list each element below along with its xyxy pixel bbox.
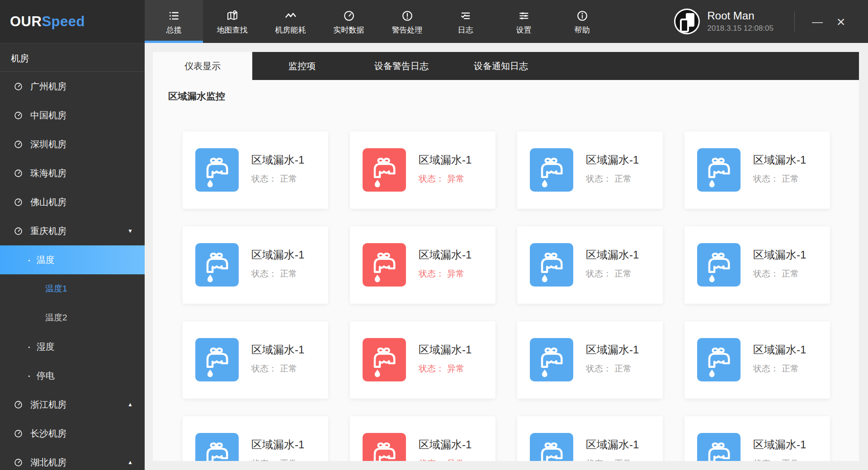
card-text: 区域漏水-1 状态：正常	[251, 153, 304, 185]
sidebar-item[interactable]: · 温度	[0, 245, 145, 274]
cards-grid: 区域漏水-1 状态：正常	[183, 132, 830, 461]
card-text: 区域漏水-1 状态：正常	[586, 437, 639, 461]
close-button[interactable]: ×	[829, 10, 853, 33]
faucet-icon	[530, 148, 573, 192]
realtime-gauge-icon	[343, 9, 355, 22]
device-card[interactable]: 区域漏水-1 状态：正常	[183, 226, 328, 304]
status-value: 正常	[280, 269, 297, 278]
sidebar-item[interactable]: 湖北机房 ▲	[0, 448, 145, 470]
sidebar-item[interactable]: · 湿度	[0, 332, 145, 361]
card-text: 区域漏水-1 状态：正常	[251, 248, 304, 280]
faucet-icon	[363, 338, 406, 381]
faucet-icon	[195, 433, 239, 461]
sidebar-item[interactable]: 浙江机房 ▲	[0, 390, 145, 419]
device-card[interactable]: 区域漏水-1 状态：正常	[684, 226, 830, 304]
tab[interactable]: 设备警告日志	[352, 52, 451, 80]
avatar[interactable]	[674, 9, 700, 34]
card-title: 区域漏水-1	[419, 248, 472, 262]
alert-circle-icon	[401, 9, 414, 22]
status-label: 状态：	[753, 459, 779, 461]
user-area: Root Man 2018.3.15 12:08:05 — ×	[674, 0, 868, 43]
card-text: 区域漏水-1 状态：正常	[251, 343, 304, 375]
nav-item[interactable]: 设置	[495, 0, 553, 43]
faucet-icon	[697, 433, 741, 461]
device-card[interactable]: 区域漏水-1 状态：正常	[517, 226, 663, 304]
status-value: 正常	[782, 459, 799, 461]
status-value: 正常	[280, 174, 297, 183]
tab[interactable]: 监控项	[252, 52, 352, 80]
card-title: 区域漏水-1	[586, 343, 639, 357]
device-card[interactable]: 区域漏水-1 状态：异常	[350, 321, 495, 399]
card-text: 区域漏水-1 状态：异常	[419, 437, 472, 461]
device-card[interactable]: 区域漏水-1 状态：正常	[684, 321, 830, 399]
device-card[interactable]: 区域漏水-1 状态：正常	[517, 321, 663, 399]
status-label: 状态：	[419, 269, 444, 278]
device-card[interactable]: 区域漏水-1 状态：正常	[684, 132, 830, 209]
sidebar-item[interactable]: 重庆机房 ▼	[0, 216, 145, 245]
sidebar-item[interactable]: 珠海机房	[0, 159, 145, 188]
nav-item-label: 设置	[516, 26, 532, 34]
nav-item[interactable]: 地图查找	[203, 0, 261, 43]
nav-item[interactable]: 日志	[436, 0, 495, 43]
section-title: 区域漏水监控	[168, 90, 225, 103]
sidebar-item[interactable]: 深圳机房	[0, 130, 145, 159]
device-card[interactable]: 区域漏水-1 状态：正常	[517, 132, 663, 209]
device-card[interactable]: 区域漏水-1 状态：异常	[350, 226, 495, 304]
card-title: 区域漏水-1	[753, 437, 806, 452]
device-card[interactable]: 区域漏水-1 状态：异常	[350, 132, 495, 209]
card-status: 状态：正常	[753, 363, 806, 375]
device-card[interactable]: 区域漏水-1 状态：正常	[183, 416, 328, 461]
status-label: 状态：	[586, 269, 612, 278]
device-card[interactable]: 区域漏水-1 状态：正常	[684, 416, 830, 461]
card-text: 区域漏水-1 状态：异常	[419, 153, 472, 185]
settings-sliders-icon	[518, 9, 530, 22]
brand-part-our: OUR	[10, 14, 42, 30]
sidebar-item-label: 湖北机房	[30, 456, 66, 469]
sidebar-item[interactable]: 中国机房	[0, 101, 145, 130]
device-card[interactable]: 区域漏水-1 状态：正常	[183, 132, 328, 209]
sidebar-item[interactable]: 长沙机房	[0, 419, 145, 448]
status-value: 正常	[280, 459, 297, 461]
nav-item[interactable]: 警告处理	[378, 0, 436, 43]
nav-item[interactable]: 实时数据	[320, 0, 378, 43]
device-card[interactable]: 区域漏水-1 状态：异常	[350, 416, 495, 461]
card-status: 状态：正常	[251, 268, 304, 280]
faucet-icon	[697, 338, 741, 381]
card-status: 状态：异常	[419, 458, 472, 461]
sidebar-item-label: 广州机房	[30, 80, 66, 93]
faucet-icon	[363, 148, 406, 192]
tab-label: 设备警告日志	[374, 60, 429, 72]
sidebar-item[interactable]: 广州机房	[0, 72, 145, 101]
tab[interactable]: 设备通知日志	[451, 52, 551, 80]
sidebar-item[interactable]: · 停电	[0, 361, 145, 390]
tab-label: 监控项	[288, 60, 316, 72]
card-status: 状态：正常	[753, 173, 806, 185]
sidebar-item-label: 湿度	[37, 341, 55, 353]
tab[interactable]: 仪表显示	[153, 52, 252, 80]
sidebar-item-label: 重庆机房	[30, 225, 66, 237]
status-label: 状态：	[251, 364, 277, 373]
card-title: 区域漏水-1	[419, 153, 472, 167]
nav-item[interactable]: 总揽	[145, 0, 203, 43]
sidebar-item-label: 珠海机房	[30, 167, 66, 179]
sidebar-item[interactable]: 温度1	[0, 274, 145, 303]
status-label: 状态：	[586, 174, 612, 183]
minimize-button[interactable]: —	[806, 10, 829, 33]
device-card[interactable]: 区域漏水-1 状态：正常	[183, 321, 328, 399]
card-title: 区域漏水-1	[753, 343, 806, 357]
sidebar-item-label: 浙江机房	[30, 399, 66, 411]
card-status: 状态：正常	[586, 173, 639, 185]
sidebar-item[interactable]: 佛山机房	[0, 188, 145, 216]
status-label: 状态：	[419, 459, 444, 461]
sidebar-item-label: 温度	[37, 254, 55, 266]
gauge-icon	[14, 140, 23, 149]
sidebar-item[interactable]: 温度2	[0, 303, 145, 332]
device-card[interactable]: 区域漏水-1 状态：正常	[517, 416, 663, 461]
nav-item[interactable]: 帮助	[553, 0, 611, 43]
status-label: 状态：	[419, 364, 444, 373]
bullet-dot: ·	[27, 370, 31, 381]
nav-item[interactable]: 机房能耗	[261, 0, 320, 43]
tab-bar: 仪表显示 监控项 设备警告日志 设备通知日志	[153, 52, 859, 80]
bullet-dot: ·	[27, 341, 31, 352]
gauge-icon	[14, 169, 23, 178]
